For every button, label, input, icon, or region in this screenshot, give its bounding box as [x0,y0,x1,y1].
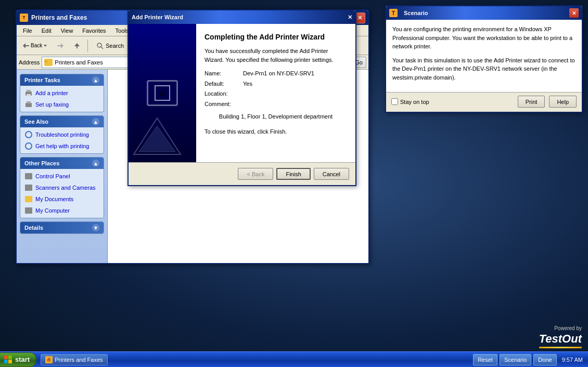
wizard-location-text: Building 1, Floor 1, Development departm… [204,112,347,121]
details-section: Details ▼ [20,221,104,234]
add-printer-link[interactable]: Add a printer [22,88,101,98]
my-documents-link[interactable]: My Documents [22,194,101,204]
troubleshoot-link[interactable]: Troubleshoot printing [22,129,101,140]
cancel-button[interactable]: Cancel [314,168,349,180]
scenario-content: You are configuring the printing environ… [386,20,582,92]
wizard-name-field: Name: Dev-Prn1 on NY-DEV-SRV1 [204,69,347,78]
svg-rect-4 [57,45,61,46]
wizard-close-text: To close this wizard, click Finish. [204,127,347,136]
printer-tasks-collapse[interactable]: ▲ [92,76,99,84]
control-panel-link[interactable]: Control Panel [22,171,101,181]
logo-yellow [8,360,12,363]
scenario-title-text: Scenario [404,10,566,16]
see-also-header[interactable]: See Also ▲ [20,116,104,127]
wizard-heading: Completing the Add Printer Wizard [204,32,347,42]
svg-rect-1 [25,45,29,46]
svg-rect-20 [27,90,31,92]
menu-favorites[interactable]: Favorites [78,27,110,35]
search-button[interactable]: Search [91,38,129,53]
globe-icon [25,131,32,138]
details-collapse[interactable]: ▼ [92,224,99,231]
scanners-icon [24,184,33,192]
done-button[interactable]: Done [533,354,556,365]
printers-title-icon: T [20,14,28,22]
see-also-collapse[interactable]: ▲ [92,118,99,125]
setup-faxing-link[interactable]: Set up faxing [22,99,101,110]
wizard-location-label: Location: [204,89,241,98]
svg-rect-17 [45,61,47,62]
printer-icon [24,89,33,97]
toolbar-separator-1 [87,40,88,52]
printer-tasks-header[interactable]: Printer Tasks ▲ [20,74,104,86]
printer-tasks-section: Printer Tasks ▲ Ad [20,74,104,112]
wizard-comment-field: Comment: [204,100,347,109]
help-globe-icon [25,142,32,150]
menu-edit[interactable]: Edit [37,27,56,35]
add-printer-wizard: Add Printer Wizard ✕ 🖨 Completing the Ad… [127,9,356,186]
my-computer-link[interactable]: My Computer [22,205,101,216]
back-button[interactable]: < Back [238,168,273,180]
menu-file[interactable]: File [19,27,36,35]
menu-view[interactable]: View [57,27,78,35]
wizard-left-panel: 🖨 [129,24,196,162]
address-folder-icon [44,59,53,66]
scenario-title-icon: T [389,9,398,17]
wizard-triangle-graphic [129,115,186,157]
details-title: Details [24,225,43,231]
other-places-content: Control Panel Scanners and Cameras [20,169,104,218]
reset-button[interactable]: Reset [473,354,497,365]
other-places-header[interactable]: Other Places ▲ [20,158,104,169]
details-header[interactable]: Details ▼ [20,222,104,233]
back-button[interactable]: Back [19,38,51,54]
stay-on-top-label[interactable]: Stay on top [400,99,429,105]
wizard-titlebar: Add Printer Wizard ✕ [129,10,355,24]
wizard-default-field: Default: Yes [204,80,347,88]
wizard-comment-label: Comment: [204,100,241,109]
wizard-body: You have successfully completed the Add … [204,47,347,158]
printer-tasks-content: Add a printer Set up faxing [20,86,104,112]
wizard-content: 🖨 Completing the Add Printer Wizard You … [129,24,355,162]
setup-faxing-icon [24,100,33,109]
control-panel-label: Control Panel [35,173,70,179]
finish-button[interactable]: Finish [276,168,310,180]
up-icon [73,42,81,49]
search-icon [96,42,104,50]
my-computer-icon [24,206,33,215]
taskbar-printers-window[interactable]: 🖨 Printers and Faxes [41,354,107,365]
wizard-default-label: Default: [204,80,241,88]
other-places-collapse[interactable]: ▲ [92,160,99,167]
logo-blue [4,360,8,363]
forward-button[interactable] [53,38,68,54]
printers-sidebar: Printer Tasks ▲ Ad [17,70,108,263]
svg-rect-22 [25,103,32,107]
scenario-button[interactable]: Scenario [500,354,531,365]
scenario-paragraph-2: Your task in this simulation is to use t… [392,56,576,82]
svg-point-7 [97,43,101,47]
search-label: Search [106,43,124,49]
print-button[interactable]: Print [518,96,545,108]
taskbar-window-label: Printers and Faxes [55,357,103,363]
get-help-link[interactable]: Get help with printing [22,141,101,151]
back-label: Back [31,43,42,48]
scenario-close-button[interactable]: ✕ [569,8,579,18]
scanners-cameras-label: Scanners and Cameras [35,185,96,191]
logo-red [4,356,8,359]
help-button[interactable]: Help [549,96,577,108]
powered-by-text: Powered by [539,325,582,331]
scanners-cameras-link[interactable]: Scanners and Cameras [22,182,101,193]
comp-icon [25,207,32,214]
see-also-section: See Also ▲ Troubleshoot printing [20,115,104,154]
stay-on-top-checkbox[interactable] [391,98,398,105]
wizard-location-field: Location: [204,89,347,98]
wizard-printer-box: 🖨 [147,80,178,106]
start-button[interactable]: start [0,352,36,367]
fax-icon [24,101,33,108]
wizard-intro: You have successfully completed the Add … [204,47,347,64]
windows-logo [4,356,12,364]
stay-on-top-area: Stay on top [391,98,514,105]
testout-logo: TestOut [539,332,582,346]
desktop: T Printers and Faxes – □ ✕ File Edit Vie… [0,0,588,367]
wizard-close-btn[interactable]: ✕ [348,14,352,21]
wizard-location-value [243,89,347,98]
up-button[interactable] [70,38,84,54]
